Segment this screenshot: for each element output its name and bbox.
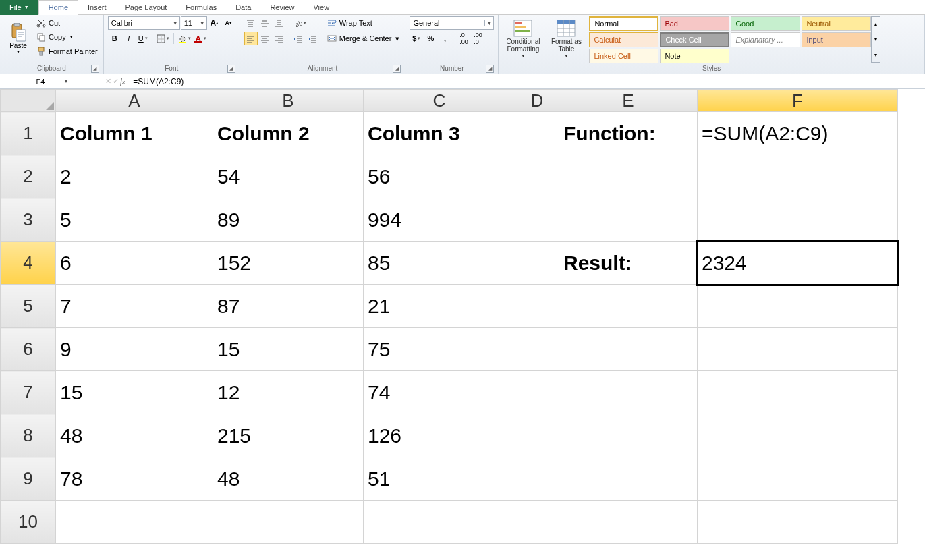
cell-C2[interactable]: 56 <box>364 155 515 198</box>
row-header-1[interactable]: 1 <box>1 112 56 155</box>
cell-D8[interactable] <box>515 414 559 457</box>
tab-page-layout[interactable]: Page Layout <box>116 0 177 15</box>
style-good[interactable]: Good <box>731 16 800 31</box>
align-top-button[interactable] <box>244 16 258 30</box>
style-input[interactable]: Input <box>802 32 871 47</box>
font-launcher[interactable]: ◢ <box>227 65 235 73</box>
alignment-launcher[interactable]: ◢ <box>393 65 401 73</box>
format-painter-button[interactable]: Format Painter <box>35 45 99 58</box>
col-header-F[interactable]: F <box>698 90 898 112</box>
style-linked-cell[interactable]: Linked Cell <box>589 49 658 63</box>
decrease-indent-button[interactable] <box>291 32 305 45</box>
cell-D5[interactable] <box>515 285 559 328</box>
cell-D3[interactable] <box>515 198 559 242</box>
cell-E9[interactable] <box>559 457 698 501</box>
style-explanatory[interactable]: Explanatory ... <box>731 32 800 47</box>
cell-D10[interactable] <box>515 501 559 544</box>
col-header-A[interactable]: A <box>56 90 213 112</box>
tab-view[interactable]: View <box>304 0 339 15</box>
cell-F8[interactable] <box>698 414 898 457</box>
conditional-formatting-button[interactable]: Conditional Formatting▼ <box>503 16 543 61</box>
style-note[interactable]: Note <box>660 49 729 63</box>
cell-A10[interactable] <box>56 501 213 544</box>
grow-font-button[interactable]: A▴ <box>208 16 221 30</box>
cell-A8[interactable]: 48 <box>56 414 213 457</box>
comma-button[interactable]: , <box>438 32 451 45</box>
cell-F6[interactable] <box>698 328 898 371</box>
cell-C4[interactable]: 85 <box>364 242 515 285</box>
merge-center-button[interactable]: Merge & Center▾ <box>326 32 401 45</box>
style-calculation[interactable]: Calculat <box>589 32 658 47</box>
style-neutral[interactable]: Neutral <box>802 16 871 31</box>
cell-D4[interactable] <box>515 242 559 285</box>
cell-C8[interactable]: 126 <box>364 414 515 457</box>
paste-button[interactable]: Paste ▼ <box>4 16 32 61</box>
align-bottom-button[interactable] <box>273 16 286 30</box>
cell-C5[interactable]: 21 <box>364 285 515 328</box>
percent-button[interactable]: % <box>424 32 437 45</box>
cell-E1[interactable]: Function: <box>559 112 698 155</box>
cell-E6[interactable] <box>559 328 698 371</box>
style-normal[interactable]: Normal <box>589 16 658 31</box>
fill-color-button[interactable]: ▾ <box>176 32 193 45</box>
cell-A7[interactable]: 15 <box>56 371 213 414</box>
cell-F1[interactable]: =SUM(A2:C9) <box>698 112 898 155</box>
clipboard-launcher[interactable]: ◢ <box>91 65 99 73</box>
col-header-C[interactable]: C <box>364 90 515 112</box>
cell-B1[interactable]: Column 2 <box>213 112 364 155</box>
format-as-table-button[interactable]: Format as Table▼ <box>546 16 586 61</box>
align-middle-button[interactable] <box>258 16 272 30</box>
font-size-combo[interactable]: ▼ <box>181 16 207 30</box>
cell-D7[interactable] <box>515 371 559 414</box>
cell-A6[interactable]: 9 <box>56 328 213 371</box>
cell-F2[interactable] <box>698 155 898 198</box>
cell-A2[interactable]: 2 <box>56 155 213 198</box>
cell-E7[interactable] <box>559 371 698 414</box>
cell-B2[interactable]: 54 <box>213 155 364 198</box>
wrap-text-button[interactable]: Wrap Text <box>326 16 401 30</box>
cell-B7[interactable]: 12 <box>213 371 364 414</box>
increase-decimal-button[interactable]: .0.00 <box>457 32 470 45</box>
cancel-icon[interactable]: ✕ <box>105 77 111 86</box>
cell-B9[interactable]: 48 <box>213 457 364 501</box>
cell-styles-gallery[interactable]: Normal Bad Good Neutral Calculat Check C… <box>589 16 871 63</box>
cell-E3[interactable] <box>559 198 698 242</box>
cell-C9[interactable]: 51 <box>364 457 515 501</box>
cell-F7[interactable] <box>698 371 898 414</box>
increase-indent-button[interactable] <box>306 32 319 45</box>
cell-E5[interactable] <box>559 285 698 328</box>
cell-A5[interactable]: 7 <box>56 285 213 328</box>
cell-E8[interactable] <box>559 414 698 457</box>
cell-B5[interactable]: 87 <box>213 285 364 328</box>
accounting-format-button[interactable]: $▾ <box>410 32 423 45</box>
tab-formulas[interactable]: Formulas <box>176 0 226 15</box>
borders-button[interactable]: ▾ <box>155 32 171 45</box>
font-color-button[interactable]: A▾ <box>194 32 208 45</box>
cell-F10[interactable] <box>698 501 898 544</box>
decrease-decimal-button[interactable]: .00.0 <box>471 32 484 45</box>
row-header-8[interactable]: 8 <box>1 414 56 457</box>
style-check-cell[interactable]: Check Cell <box>660 32 729 47</box>
cell-F5[interactable] <box>698 285 898 328</box>
cell-C1[interactable]: Column 3 <box>364 112 515 155</box>
col-header-D[interactable]: D <box>515 90 559 112</box>
name-box-input[interactable] <box>0 78 61 86</box>
copy-button[interactable]: Copy▾ <box>35 30 99 44</box>
tab-data[interactable]: Data <box>226 0 260 15</box>
row-header-3[interactable]: 3 <box>1 198 56 242</box>
col-header-E[interactable]: E <box>559 90 698 112</box>
cell-E4[interactable]: Result: <box>559 242 698 285</box>
row-header-7[interactable]: 7 <box>1 371 56 414</box>
align-center-button[interactable] <box>258 32 272 45</box>
cell-B6[interactable]: 15 <box>213 328 364 371</box>
font-name-combo[interactable]: ▼ <box>108 16 180 30</box>
align-left-button[interactable] <box>244 32 258 45</box>
cell-C10[interactable] <box>364 501 515 544</box>
align-right-button[interactable] <box>273 32 286 45</box>
select-all-corner[interactable] <box>1 90 56 112</box>
row-header-9[interactable]: 9 <box>1 457 56 501</box>
cell-A4[interactable]: 6 <box>56 242 213 285</box>
cell-D6[interactable] <box>515 328 559 371</box>
style-bad[interactable]: Bad <box>660 16 729 31</box>
cut-button[interactable]: Cut <box>35 16 99 30</box>
